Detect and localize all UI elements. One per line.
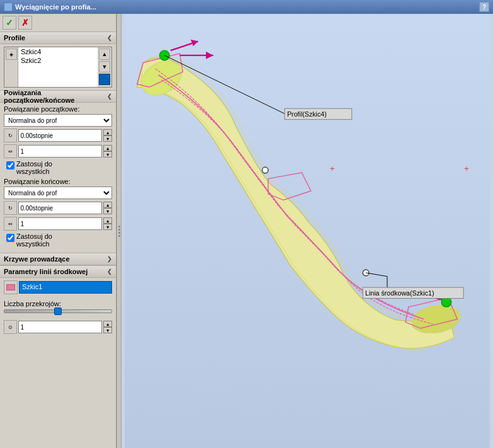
end-tangent-input[interactable] [18, 217, 102, 230]
end-tangent-spinners: ▲ ▼ [103, 217, 112, 230]
svg-text:+: + [464, 164, 469, 173]
title-bar: Wyciągnięcie po profia... ? [0, 0, 493, 14]
profile-item-szkic4[interactable]: Szkic4 [18, 47, 98, 56]
center-line-sketch-row: Szkic1 [4, 280, 112, 294]
sections-slider-thumb[interactable] [54, 307, 62, 315]
slider-container: Liczba przekrojów: [0, 299, 116, 318]
svg-point-13 [262, 167, 268, 173]
profile-add-icon[interactable]: ◈ [6, 49, 17, 60]
profile-icons: ◈ [4, 47, 18, 87]
sections-slider-track[interactable] [4, 309, 112, 313]
profile-section-header[interactable]: Profile ❮ [0, 32, 116, 44]
start-angle-up[interactable]: ▲ [103, 129, 112, 135]
profile-section-label: Profile [4, 34, 25, 42]
sections-count-label: Liczba przekrojów: [4, 300, 112, 307]
start-binding-dropdown[interactable]: Normalna do prof [4, 114, 112, 127]
3d-viewport-svg: Profil(Szkic4) Linia środkowa(Szkic1) + … [122, 14, 493, 448]
start-tangent-input[interactable] [18, 145, 102, 158]
center-line-header[interactable]: Parametry linii środkowej ❮ [0, 265, 116, 278]
start-binding-dropdown-row: Normalna do prof [4, 114, 112, 127]
title-icon [4, 3, 13, 11]
profile-list-container: ◈ Szkic4 Szkic2 ▲ ▼ [4, 47, 112, 88]
start-scale-icon[interactable]: ⇔ [4, 144, 17, 158]
profile-items: Szkic4 Szkic2 [18, 47, 98, 87]
center-line-section: Szkic1 [0, 278, 116, 299]
confirm-button[interactable]: ✓ [3, 16, 16, 30]
profile-move-buttons: ▲ ▼ [98, 47, 111, 87]
left-panel: ✓ ✗ Profile ❮ ◈ Szkic4 Szkic2 ▲ ▼ Pow [0, 14, 116, 448]
start-angle-row: ↻ ▲ ▼ [4, 129, 112, 142]
cancel-button[interactable]: ✗ [18, 16, 32, 30]
bottom-icon[interactable]: ⊙ [4, 320, 17, 334]
move-down-button[interactable]: ▼ [99, 61, 110, 72]
bindings-section-header[interactable]: Powiązaniapoczątkowe/końcowe ❮ [0, 90, 116, 103]
profile-selected-indicator [99, 74, 110, 85]
end-tangent-down[interactable]: ▼ [103, 224, 112, 230]
start-tangent-down[interactable]: ▼ [103, 151, 112, 158]
center-line-sketch-icon[interactable] [4, 280, 18, 294]
collapse-handle[interactable] [116, 14, 122, 448]
viewport[interactable]: Profil(Szkic4) Linia środkowa(Szkic1) + … [122, 14, 493, 448]
bindings-section-label: Powiązaniapoczątkowe/końcowe [4, 89, 74, 104]
sections-count-spinners: ▲ ▼ [103, 321, 112, 333]
handle-dot-4 [118, 235, 120, 237]
sections-count-up[interactable]: ▲ [103, 321, 112, 327]
sections-count-input[interactable] [18, 321, 102, 333]
svg-text:+: + [330, 164, 335, 173]
start-rotate-icon[interactable]: ↻ [4, 129, 17, 142]
start-apply-all-row: Zastosuj dowszystkich [4, 160, 112, 175]
bindings-collapse-icon: ❮ [107, 93, 112, 100]
end-angle-spinners: ▲ ▼ [103, 202, 112, 214]
window-title: Wyciągnięcie po profia... [15, 3, 96, 11]
end-binding-dropdown[interactable]: Normalna do prof [4, 187, 112, 199]
end-angle-down[interactable]: ▼ [103, 208, 112, 214]
start-tangent-row: ⇔ ▲ ▼ [4, 144, 112, 158]
end-angle-row: ↻ ▲ ▼ [4, 201, 112, 215]
help-button[interactable]: ? [479, 2, 489, 12]
end-rotate-icon[interactable]: ↻ [4, 201, 17, 215]
end-angle-input[interactable] [18, 202, 102, 214]
start-binding-label: Powiązanie początkowe: [4, 105, 112, 113]
guide-curves-label: Krzywe prowadzące [4, 255, 70, 263]
end-apply-all-checkbox[interactable] [6, 234, 14, 242]
start-angle-input[interactable] [18, 129, 102, 142]
guide-curves-icon: ❯ [107, 256, 112, 262]
svg-text:Linia środkowa(Szkic1): Linia środkowa(Szkic1) [365, 289, 434, 297]
start-angle-down[interactable]: ▼ [103, 135, 112, 142]
guide-curves-header[interactable]: Krzywe prowadzące ❯ [0, 253, 116, 265]
end-tangent-up[interactable]: ▲ [103, 217, 112, 224]
center-line-icon: ❮ [107, 268, 112, 275]
profile-item-szkic2[interactable]: Szkic2 [18, 56, 98, 65]
end-scale-icon[interactable]: ⇔ [4, 217, 17, 231]
move-up-button[interactable]: ▲ [99, 49, 110, 60]
handle-dot-2 [118, 229, 120, 231]
start-angle-spinners: ▲ ▼ [103, 129, 112, 142]
sections-count-down[interactable]: ▼ [103, 327, 112, 333]
handle-dot-1 [118, 226, 120, 227]
bindings-section: Powiązanie początkowe: Normalna do prof … [0, 103, 116, 253]
end-apply-all-label: Zastosuj dowszystkich [16, 233, 52, 248]
end-tangent-row: ⇔ ▲ ▼ [4, 217, 112, 231]
end-angle-up[interactable]: ▲ [103, 202, 112, 208]
svg-text:Profil(Szkic4): Profil(Szkic4) [287, 110, 327, 118]
end-binding-dropdown-row: Normalna do prof [4, 187, 112, 199]
start-apply-all-label: Zastosuj dowszystkich [16, 160, 52, 175]
panel-toolbar: ✓ ✗ [0, 14, 116, 32]
start-apply-all-checkbox[interactable] [6, 161, 14, 169]
profile-collapse-icon: ❮ [107, 35, 112, 41]
center-line-sketch-name[interactable]: Szkic1 [19, 281, 112, 294]
center-line-label: Parametry linii środkowej [4, 268, 88, 275]
end-binding-label: Powiązanie końcowe: [4, 178, 112, 185]
bottom-input-row: ⊙ ▲ ▼ [0, 318, 116, 336]
start-tangent-up[interactable]: ▲ [103, 145, 112, 151]
start-tangent-spinners: ▲ ▼ [103, 145, 112, 158]
end-apply-all-row: Zastosuj dowszystkich [4, 233, 112, 248]
svg-point-14 [363, 270, 369, 276]
handle-dot-3 [118, 232, 120, 234]
